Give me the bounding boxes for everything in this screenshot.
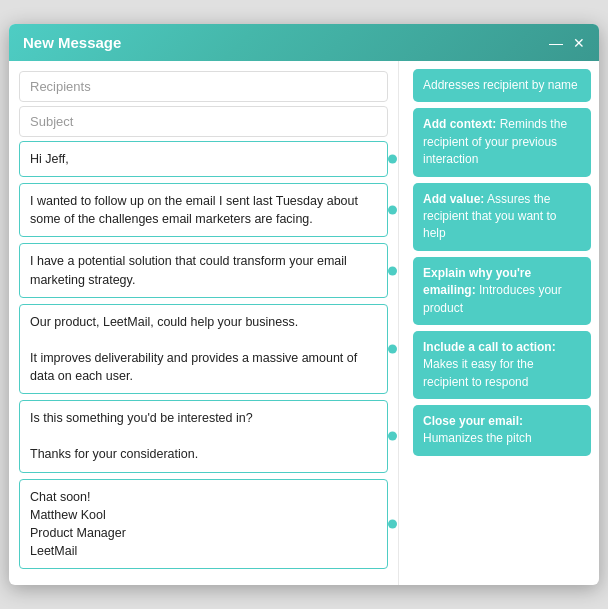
recipients-placeholder: Recipients [30, 79, 91, 94]
compose-window: New Message — ✕ Recipients Subject Hi Je… [9, 24, 599, 585]
annotation-value: Add value: Assures the recipient that yo… [413, 183, 591, 251]
email-text-cta: Is this something you'd be interested in… [30, 411, 253, 461]
email-text-value: I have a potential solution that could t… [30, 254, 347, 286]
body-area: Recipients Subject Hi Jeff, I wanted to … [9, 61, 599, 585]
annotation-close-body: Humanizes the pitch [423, 431, 532, 445]
annotation-close: Close your email: Humanizes the pitch [413, 405, 591, 456]
dot-greeting [388, 155, 397, 164]
email-text-context: I wanted to follow up on the email I sen… [30, 194, 358, 226]
dot-explain [388, 344, 397, 353]
annotation-context: Add context: Reminds the recipient of yo… [413, 108, 591, 176]
recipients-field[interactable]: Recipients [19, 71, 388, 102]
subject-placeholder: Subject [30, 114, 73, 129]
email-block-cta[interactable]: Is this something you'd be interested in… [19, 400, 388, 472]
email-block-explain[interactable]: Our product, LeetMail, could help your b… [19, 304, 388, 395]
close-button[interactable]: ✕ [573, 36, 585, 50]
dot-value [388, 266, 397, 275]
annotations-panel: Addresses recipient by name Add context:… [399, 61, 599, 585]
email-block-value[interactable]: I have a potential solution that could t… [19, 243, 388, 297]
email-text-explain: Our product, LeetMail, could help your b… [30, 315, 357, 383]
email-compose: Recipients Subject Hi Jeff, I wanted to … [9, 61, 399, 585]
dot-cta [388, 432, 397, 441]
subject-field[interactable]: Subject [19, 106, 388, 137]
annotation-context-title: Add context: [423, 117, 496, 131]
annotation-value-title: Add value: [423, 192, 484, 206]
window-controls: — ✕ [549, 36, 585, 50]
email-block-greeting[interactable]: Hi Jeff, [19, 141, 388, 177]
annotation-greeting-body: Addresses recipient by name [423, 78, 578, 92]
annotation-cta-title: Include a call to action: [423, 340, 556, 354]
email-block-context[interactable]: I wanted to follow up on the email I sen… [19, 183, 388, 237]
minimize-button[interactable]: — [549, 36, 563, 50]
annotation-greeting: Addresses recipient by name [413, 69, 591, 102]
annotation-explain: Explain why you're emailing: Introduces … [413, 257, 591, 325]
dot-context [388, 206, 397, 215]
dot-close [388, 519, 397, 528]
annotation-cta-body: Makes it easy for the recipient to respo… [423, 357, 534, 388]
window-title: New Message [23, 34, 121, 51]
email-block-close[interactable]: Chat soon!Matthew KoolProduct ManagerLee… [19, 479, 388, 570]
email-text-close: Chat soon!Matthew KoolProduct ManagerLee… [30, 490, 126, 558]
annotation-close-title: Close your email: [423, 414, 523, 428]
annotation-cta: Include a call to action: Makes it easy … [413, 331, 591, 399]
title-bar: New Message — ✕ [9, 24, 599, 61]
email-text-greeting: Hi Jeff, [30, 152, 69, 166]
